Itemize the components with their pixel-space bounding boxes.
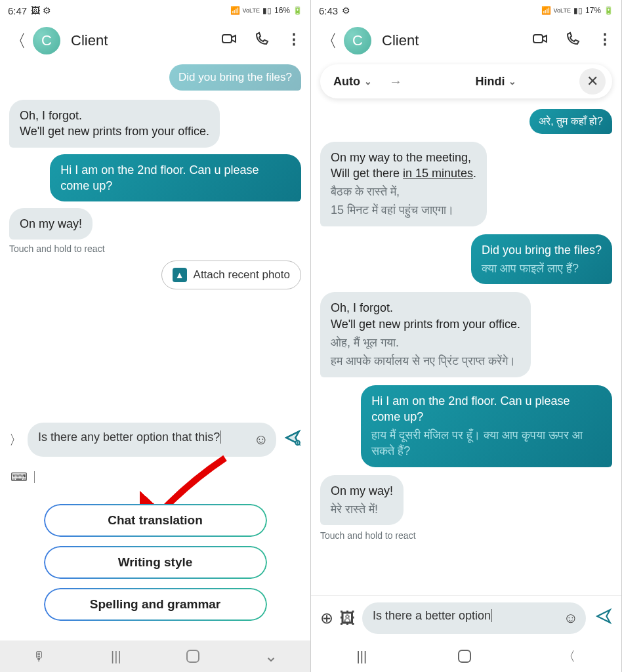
contact-name[interactable]: Client: [71, 32, 211, 49]
outgoing-message[interactable]: Did you bring the files? क्या आप फाइलें …: [471, 234, 612, 285]
more-icon[interactable]: ⋮: [598, 31, 612, 51]
voice-call-icon[interactable]: [254, 31, 270, 51]
outgoing-message[interactable]: अरे, तुम कहाँ हो?: [529, 109, 612, 134]
status-icons: 🖼 ⚙: [31, 5, 51, 16]
status-icons: ⚙: [342, 5, 350, 16]
photo-icon: ▲: [173, 268, 187, 282]
avatar[interactable]: C: [344, 27, 371, 54]
status-time: 6:47: [8, 5, 27, 16]
incoming-message[interactable]: Oh, I forgot. We'll get new prints from …: [320, 292, 531, 377]
arrow-right-icon: →: [389, 74, 402, 89]
back-nav-button[interactable]: 〈: [562, 648, 575, 665]
recents-button[interactable]: |||: [357, 649, 367, 664]
battery-icon: 🔋: [293, 6, 302, 15]
recents-button[interactable]: |||: [111, 649, 121, 664]
attach-recent-photo-button[interactable]: ▲ Attach recent photo: [161, 261, 301, 289]
phone-right: 6:43 ⚙ 📶 VoLTE ▮▯ 17% 🔋 〈 C Client ⋮ Aut…: [311, 0, 622, 672]
svg-rect-2: [533, 35, 543, 43]
status-bar: 6:43 ⚙ 📶 VoLTE ▮▯ 17% 🔋: [311, 0, 621, 21]
chat-header: 〈 C Client ⋮: [311, 21, 621, 60]
status-time: 6:43: [319, 5, 338, 16]
nav-bar: ||| 〈: [311, 640, 621, 672]
add-button[interactable]: ⊕: [320, 609, 333, 627]
signal-icon: ▮▯: [573, 6, 583, 15]
spelling-grammar-button[interactable]: Spelling and grammar: [44, 588, 267, 621]
close-translate-button[interactable]: ✕: [579, 68, 606, 94]
more-icon[interactable]: ⋮: [287, 31, 301, 51]
keyboard-tab[interactable]: ⌨: [0, 463, 310, 491]
translate-to[interactable]: Hindi ⌄: [419, 75, 573, 89]
home-button[interactable]: [458, 650, 471, 663]
send-button[interactable]: [284, 429, 301, 450]
send-button[interactable]: [595, 608, 612, 629]
messages-list: अरे, तुम कहाँ हो? On my way to the meeti…: [311, 105, 621, 595]
incoming-message[interactable]: On my way!: [9, 208, 93, 240]
wifi-icon: 📶: [230, 6, 240, 15]
status-bar: 6:47 🖼 ⚙ 📶 VoLTE ▮▯ 16% 🔋: [0, 0, 310, 21]
outgoing-message[interactable]: Hi I am on the 2nd floor. Can u please c…: [50, 154, 301, 202]
mic-icon[interactable]: 🎙: [33, 649, 46, 664]
emoji-icon[interactable]: ☺: [564, 610, 578, 627]
message-input[interactable]: Is there any better option that this? ☺: [28, 423, 276, 457]
messages-list: Did you bring the files? Oh, I forgot. W…: [0, 60, 310, 416]
expand-button[interactable]: 〉: [9, 431, 22, 449]
chat-translation-button[interactable]: Chat translation: [44, 504, 267, 537]
keyboard-icon: ⌨: [10, 470, 28, 484]
nav-bar: 🎙 ||| ⌄: [0, 640, 310, 672]
lte-icon: VoLTE: [243, 7, 260, 14]
input-row: ⊕ 🖼 Is there a better option ☺: [311, 595, 621, 640]
contact-name[interactable]: Client: [382, 32, 522, 49]
back-button[interactable]: 〈: [320, 30, 333, 52]
video-call-icon[interactable]: [532, 31, 548, 51]
chat-header: 〈 C Client ⋮: [0, 21, 310, 60]
incoming-message[interactable]: On my way to the meeting, Will get there…: [320, 142, 487, 226]
avatar[interactable]: C: [33, 27, 60, 54]
back-nav-button[interactable]: ⌄: [264, 647, 278, 665]
react-hint: Touch and hold to react: [320, 530, 416, 541]
attach-label: Attach recent photo: [194, 268, 290, 282]
video-call-icon[interactable]: [221, 31, 237, 51]
outgoing-message[interactable]: Hi I am on the 2nd floor. Can u please c…: [361, 385, 612, 467]
voice-call-icon[interactable]: [565, 31, 581, 51]
battery-text: 17%: [585, 6, 601, 15]
back-button[interactable]: 〈: [9, 30, 22, 52]
phone-left: 6:47 🖼 ⚙ 📶 VoLTE ▮▯ 16% 🔋 〈 C Client ⋮ D…: [0, 0, 311, 672]
wifi-icon: 📶: [541, 6, 551, 15]
translate-from[interactable]: Auto ⌄: [333, 75, 372, 89]
react-hint: Touch and hold to react: [9, 243, 105, 254]
home-button[interactable]: [186, 650, 199, 663]
translate-bar: Auto ⌄ → Hindi ⌄ ✕: [320, 64, 612, 98]
svg-rect-0: [222, 35, 232, 43]
assist-options: Chat translation Writing style Spelling …: [0, 491, 310, 640]
input-row: 〉 Is there any better option that this? …: [0, 416, 310, 463]
chevron-down-icon: ⌄: [508, 76, 516, 87]
signal-icon: ▮▯: [262, 6, 272, 15]
writing-style-button[interactable]: Writing style: [44, 546, 267, 579]
message-input[interactable]: Is there a better option ☺: [362, 602, 586, 634]
incoming-message[interactable]: Oh, I forgot. We'll get new prints from …: [9, 100, 220, 148]
lte-icon: VoLTE: [554, 7, 571, 14]
incoming-message[interactable]: On my way! मेरे रास्ते में!: [320, 475, 404, 526]
battery-text: 16%: [274, 6, 290, 15]
chevron-down-icon: ⌄: [364, 76, 372, 87]
battery-icon: 🔋: [604, 6, 613, 15]
emoji-icon[interactable]: ☺: [254, 431, 268, 448]
gallery-button[interactable]: 🖼: [340, 609, 356, 627]
faded-outgoing-message: Did you bring the files?: [169, 64, 301, 91]
